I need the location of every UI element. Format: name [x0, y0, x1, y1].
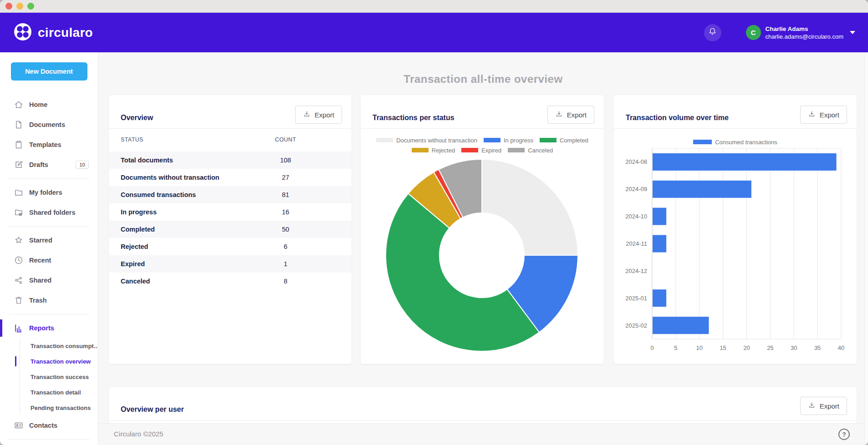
y-axis-label: 2024-08: [625, 158, 647, 165]
table-row: Consumed transactions81: [109, 186, 352, 203]
x-axis-label: 15: [720, 344, 726, 351]
x-axis-label: 30: [791, 344, 797, 351]
clock-icon: [14, 255, 24, 265]
status-legend: Documents without transactionIn progress…: [361, 135, 604, 155]
bar-2024-08: [653, 153, 837, 171]
sidebar-subitem-transaction-consumption[interactable]: Transaction consumpt…: [0, 338, 98, 354]
brand[interactable]: circularo: [14, 23, 93, 43]
sidebar-item-shared[interactable]: Shared: [0, 270, 98, 290]
close-window-button[interactable]: [5, 3, 12, 10]
donut-slice-0: [482, 159, 578, 255]
count-badge: 10: [76, 161, 89, 169]
sidebar-item-shared-folders[interactable]: Shared folders: [0, 202, 98, 222]
share-icon: [14, 275, 24, 285]
status-donut-chart: [382, 155, 582, 355]
sidebar-divider: [8, 226, 90, 227]
legend-label: Rejected: [432, 147, 455, 154]
copyright-text: Circularo ©2025: [114, 430, 163, 438]
column-header-count: COUNT: [263, 137, 308, 143]
x-axis-label: 5: [674, 344, 677, 351]
table-row: Expired1: [109, 255, 352, 273]
column-header-status: STATUS: [121, 137, 143, 143]
bar-2024-09: [653, 181, 751, 198]
export-button-overview[interactable]: Export: [295, 106, 342, 124]
bar-chart-icon: [14, 323, 24, 333]
user-menu[interactable]: Charlie Adams charlie.adams@circularo.co…: [766, 25, 843, 40]
circularo-logo: [14, 23, 32, 43]
bar-2025-02: [653, 317, 709, 334]
export-button-per-status[interactable]: Export: [547, 106, 594, 124]
sidebar-subitem-pending-transactions[interactable]: Pending transactions: [0, 400, 98, 415]
avatar[interactable]: C: [746, 25, 761, 40]
download-icon: [555, 110, 563, 119]
notifications-button[interactable]: [704, 24, 721, 41]
bar-2024-10: [653, 208, 666, 225]
sidebar-item-my-folders[interactable]: My folders: [0, 182, 98, 202]
download-icon: [808, 110, 816, 119]
vertical-scrollbar[interactable]: [864, 52, 868, 445]
home-icon: [14, 100, 24, 110]
sidebar-item-reports[interactable]: Reports: [0, 318, 98, 338]
star-icon: [14, 235, 24, 245]
app-header: circularo C Charlie Adams charlie.adams@…: [0, 13, 868, 52]
legend-label: In progress: [504, 137, 533, 144]
sidebar-item-contacts[interactable]: Contacts: [0, 415, 98, 435]
new-document-button[interactable]: New Document: [11, 62, 87, 81]
y-axis-label: 2024-09: [625, 186, 647, 192]
sidebar-item-drafts[interactable]: Drafts10: [0, 155, 98, 175]
sidebar-subitem-transaction-success[interactable]: Transaction success: [0, 369, 98, 384]
question-icon: ?: [842, 431, 846, 438]
export-button-per-user[interactable]: Export: [800, 397, 847, 415]
row-count: 81: [263, 191, 308, 198]
row-count: 6: [263, 243, 308, 250]
sidebar-subitem-transaction-overview[interactable]: Transaction overview: [0, 354, 98, 369]
row-label: Completed: [121, 226, 155, 233]
folder-icon: [14, 187, 24, 197]
card-title: Transaction volume over time: [626, 114, 729, 122]
page-title: Transaction all-time overview: [98, 73, 868, 86]
sidebar-subitems: Transaction consumpt…Transaction overvie…: [0, 338, 98, 415]
table-row: Canceled8: [109, 273, 352, 290]
legend-swatch: [540, 138, 557, 142]
help-button[interactable]: ?: [838, 429, 850, 440]
table-row: Documents without transaction27: [109, 169, 352, 186]
sidebar-nav: HomeDocumentsTemplatesDrafts10My folders…: [0, 95, 98, 440]
card-title: Overview: [121, 114, 153, 122]
row-label: Canceled: [121, 278, 150, 285]
edit-icon: [14, 160, 24, 170]
sidebar-item-home[interactable]: Home: [0, 95, 98, 115]
legend-label: Completed: [560, 137, 588, 144]
x-axis-label: 40: [838, 344, 844, 351]
row-count: 50: [263, 226, 308, 233]
sidebar-item-recent[interactable]: Recent: [0, 250, 98, 270]
sidebar-item-starred[interactable]: Starred: [0, 230, 98, 250]
table-body: Total documents108Documents without tran…: [109, 152, 352, 290]
legend-label: Canceled: [528, 147, 553, 154]
sidebar-item-documents[interactable]: Documents: [0, 115, 98, 135]
y-axis-label: 2024-12: [625, 268, 647, 274]
row-label: Consumed transactions: [121, 191, 196, 198]
row-label: Documents without transaction: [121, 174, 220, 181]
user-name: Charlie Adams: [766, 25, 843, 33]
row-count: 27: [263, 174, 308, 181]
transactions-per-status-card: Transactions per status Export Documents…: [361, 95, 604, 364]
maximize-window-button[interactable]: [27, 3, 34, 10]
y-axis-label: 2024-10: [625, 213, 647, 220]
y-axis-label: 2024-11: [626, 240, 647, 247]
legend-item-1: In progress: [484, 137, 533, 144]
x-axis-label: 0: [650, 344, 654, 351]
sidebar-item-templates[interactable]: Templates: [0, 135, 98, 155]
legend-swatch: [412, 148, 429, 152]
y-axis-label: 2025-02: [625, 322, 647, 329]
caret-down-icon[interactable]: [850, 31, 855, 34]
user-email: charlie.adams@circularo.com: [766, 33, 843, 40]
legend-item-4: Expired: [461, 147, 501, 154]
row-label: Expired: [121, 260, 145, 268]
brand-name: circularo: [38, 25, 93, 40]
volume-bar-chart: 2024-082024-092024-102024-112024-122025-…: [614, 136, 857, 364]
sidebar-item-trash[interactable]: Trash: [0, 290, 98, 310]
legend-swatch: [461, 148, 478, 152]
export-button-volume[interactable]: Export: [800, 106, 847, 124]
minimize-window-button[interactable]: [16, 3, 23, 10]
sidebar-subitem-transaction-detail[interactable]: Transaction detail: [0, 384, 98, 400]
